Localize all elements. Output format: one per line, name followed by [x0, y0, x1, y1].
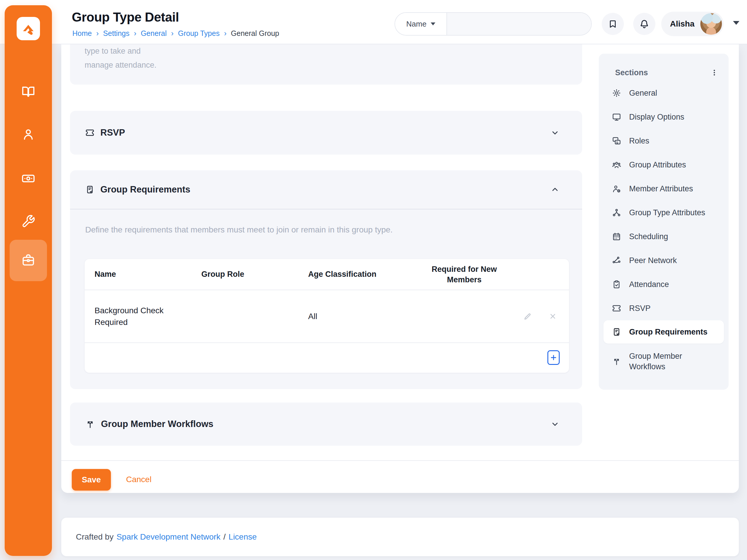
add-requirement-button[interactable]	[547, 350, 560, 365]
column-header-name: Name	[85, 270, 191, 279]
column-header-age-classification: Age Classification	[298, 270, 416, 279]
briefcase-icon	[21, 253, 35, 267]
section-item-group-attributes[interactable]: Group Attributes	[599, 153, 729, 177]
section-item-attendance[interactable]: Attendance	[599, 272, 729, 296]
group-member-workflows-title: Group Member Workflows	[101, 419, 213, 429]
group-requirements-header[interactable]: Group Requirements	[70, 170, 582, 209]
group-requirements-panel: Group Requirements Define the requiremen…	[70, 170, 582, 389]
breadcrumb-separator: ›	[171, 30, 174, 37]
monitor-icon	[612, 112, 621, 122]
split-arrows-icon	[612, 357, 621, 366]
footer-text: Crafted by	[76, 532, 113, 542]
rock-logo[interactable]	[17, 17, 40, 40]
rsvp-panel-title: RSVP	[100, 128, 125, 138]
clipboard-list-icon	[85, 185, 95, 194]
table-row: Background Check Required All	[85, 290, 569, 343]
section-item-general[interactable]: General	[599, 81, 729, 105]
group-requirements-description: Define the requirements that members mus…	[85, 225, 393, 235]
cell-age-classification: All	[298, 312, 416, 321]
person-icon	[21, 128, 35, 141]
bell-icon	[639, 19, 649, 29]
kebab-menu-icon[interactable]	[711, 69, 718, 76]
content-card: type to take and manage attendance. RSVP…	[61, 44, 739, 493]
sidebar-item-admin[interactable]	[21, 253, 35, 267]
sidebar-item-library[interactable]	[21, 85, 35, 99]
breadcrumb-separator: ›	[224, 30, 227, 37]
save-button[interactable]: Save	[72, 469, 111, 490]
sections-panel: Sections General Display Options	[599, 54, 729, 390]
breadcrumb-current: General Group	[231, 29, 279, 37]
chevron-down-icon[interactable]	[550, 128, 559, 137]
top-header: Group Type Detail Home › Settings › Gene…	[0, 0, 747, 44]
avatar	[700, 13, 722, 35]
section-item-member-attributes[interactable]: Member Attributes	[599, 177, 729, 201]
clipped-text-line2: manage attendance.	[85, 61, 156, 70]
search-filter-dropdown[interactable]: Name	[395, 13, 447, 35]
breadcrumb-general[interactable]: General	[140, 29, 166, 37]
roles-icon	[612, 136, 621, 145]
breadcrumb-settings[interactable]: Settings	[103, 29, 129, 37]
section-item-display-options[interactable]: Display Options	[599, 105, 729, 129]
rsvp-panel-header[interactable]: RSVP	[70, 111, 582, 155]
group-member-workflows-panel: Group Member Workflows	[70, 402, 582, 446]
cell-name: Background Check Required	[95, 305, 191, 328]
rsvp-panel: RSVP	[70, 111, 582, 155]
sidebar-item-people[interactable]	[21, 128, 35, 141]
section-item-group-member-workflows[interactable]: Group Member Workflows	[599, 344, 729, 379]
actions-divider	[61, 460, 739, 461]
section-item-rsvp[interactable]: RSVP	[599, 296, 729, 320]
edit-pencil-icon[interactable]	[523, 312, 532, 321]
bookmark-icon	[608, 19, 618, 29]
gear-icon	[612, 88, 621, 98]
cancel-button[interactable]: Cancel	[126, 475, 151, 484]
bookmark-button[interactable]	[602, 13, 624, 35]
footer-link-spark[interactable]: Spark Development Network	[117, 532, 220, 542]
section-item-group-requirements[interactable]: Group Requirements	[603, 320, 724, 344]
ticket-icon	[612, 303, 621, 313]
table-add-row	[85, 343, 569, 372]
group-member-workflows-header[interactable]: Group Member Workflows	[70, 402, 582, 446]
user-menu-caret-icon[interactable]	[733, 21, 740, 25]
user-menu[interactable]: Alisha	[661, 12, 724, 36]
share-nodes-icon	[612, 208, 621, 217]
group-requirements-title: Group Requirements	[100, 184, 190, 195]
clipped-text-line1: type to take and	[85, 47, 140, 56]
clipboard-list-icon	[612, 327, 621, 337]
user-gear-icon	[612, 184, 621, 193]
breadcrumb-group-types[interactable]: Group Types	[178, 29, 220, 37]
chevron-down-icon[interactable]	[550, 420, 559, 428]
page-footer: Crafted by Spark Development Network / L…	[61, 518, 739, 556]
notifications-button[interactable]	[633, 13, 655, 35]
app-sidebar	[5, 5, 52, 556]
delete-x-icon[interactable]	[549, 312, 557, 320]
section-item-group-type-attributes[interactable]: Group Type Attributes	[599, 201, 729, 224]
breadcrumb: Home › Settings › General › Group Types …	[72, 29, 279, 37]
breadcrumb-home[interactable]: Home	[72, 29, 92, 37]
section-item-roles[interactable]: Roles	[599, 129, 729, 153]
section-item-peer-network[interactable]: Peer Network	[599, 248, 729, 272]
footer-link-license[interactable]: License	[229, 532, 257, 542]
search-input[interactable]	[447, 13, 591, 35]
column-header-required-new-members: Required for New Members	[416, 264, 512, 285]
ticket-icon	[85, 128, 95, 137]
sections-title: Sections	[615, 68, 648, 77]
search-filter-label: Name	[406, 20, 426, 29]
attendance-panel-clipped: type to take and manage attendance.	[70, 44, 582, 85]
book-open-icon	[21, 85, 35, 99]
table-header-row: Name Group Role Age Classification Requi…	[85, 259, 569, 290]
plus-icon	[550, 354, 557, 362]
sidebar-item-finance[interactable]	[21, 171, 35, 186]
calendar-icon	[612, 232, 621, 241]
panel-divider	[70, 209, 582, 209]
column-header-group-role: Group Role	[191, 270, 298, 279]
breadcrumb-separator: ›	[96, 30, 99, 37]
banknote-icon	[21, 171, 35, 186]
search-bar: Name	[394, 12, 592, 35]
sidebar-item-tools[interactable]	[21, 214, 35, 229]
footer-separator: /	[224, 532, 226, 542]
split-arrows-icon	[85, 419, 95, 429]
network-icon	[612, 256, 621, 265]
section-item-scheduling[interactable]: Scheduling	[599, 224, 729, 248]
chevron-up-icon[interactable]	[550, 185, 559, 194]
wrench-icon	[21, 214, 35, 229]
